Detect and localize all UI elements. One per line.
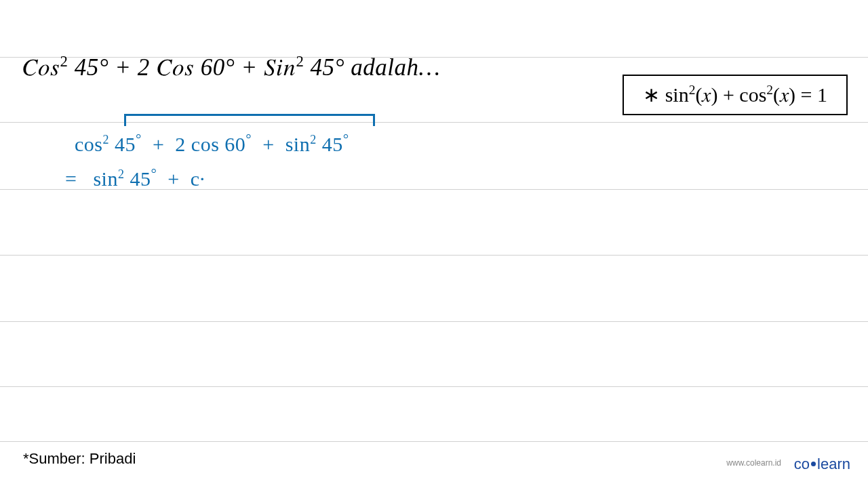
rule-line — [0, 321, 868, 322]
hand-line-1: cos2 45° + 2 cos 60° + sin2 45° — [75, 131, 349, 156]
identity-box: ∗ sin2(𝑥) + cos2(𝑥) = 1 — [623, 75, 848, 115]
question-text: 𝐶𝑜𝑠2 45° + 2 𝐶𝑜𝑠 60° + 𝑆𝑖𝑛2 45° adalah… — [22, 53, 440, 81]
logo-part-co: co — [794, 455, 810, 472]
identity-formula: ∗ sin2(𝑥) + cos2(𝑥) = 1 — [643, 83, 827, 106]
logo-dot-icon — [811, 462, 816, 466]
logo-part-learn: learn — [817, 455, 850, 472]
hand-bracket — [124, 114, 375, 126]
rule-line — [0, 441, 868, 442]
footer-source: *Sumber: Pribadi — [23, 450, 136, 468]
rule-line — [0, 255, 868, 256]
footer-url: www.colearn.id — [726, 458, 781, 468]
footer-logo: colearn — [794, 455, 850, 473]
hand-line-2: = sin2 45° + c· — [65, 165, 205, 190]
rule-line — [0, 386, 868, 387]
